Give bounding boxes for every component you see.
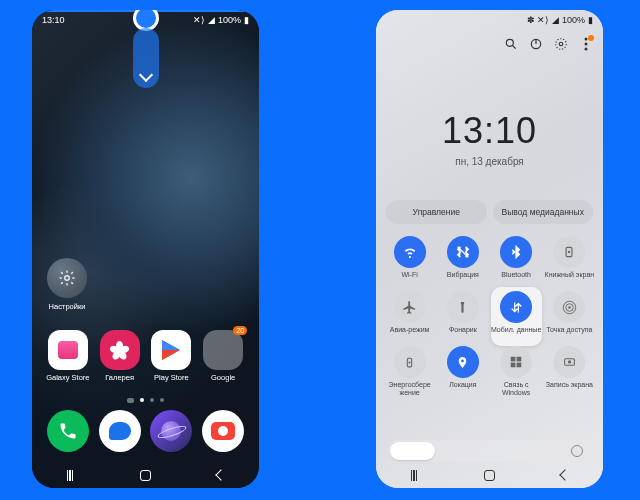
brightness-slider[interactable] xyxy=(388,440,591,462)
home-page-dot xyxy=(127,398,134,403)
windows-icon xyxy=(500,346,532,378)
media-output-button[interactable]: Вывод медиаданных xyxy=(493,200,594,224)
panel-clock: 13:10 пн, 13 декабря xyxy=(376,110,603,167)
nav-bar xyxy=(376,462,603,488)
panel-time: 13:10 xyxy=(376,110,603,152)
svg-point-23 xyxy=(568,360,571,363)
tile-screen-record[interactable]: Запись экрана xyxy=(544,346,595,397)
gallery-icon xyxy=(100,330,140,370)
tile-mobile-data[interactable]: Мобил. данные xyxy=(491,287,542,346)
chevron-down-icon xyxy=(138,68,152,82)
tile-power-saving[interactable]: Энергосбере жение xyxy=(384,346,435,397)
app-internet[interactable] xyxy=(148,410,194,455)
tile-label: Связь с Windows xyxy=(491,381,542,397)
app-galaxy-store[interactable]: Galaxy Store xyxy=(45,330,91,382)
tile-label: Вибрация xyxy=(447,271,479,287)
play-store-icon xyxy=(151,330,191,370)
search-icon[interactable] xyxy=(503,36,518,51)
svg-point-5 xyxy=(559,42,563,46)
flashlight-icon xyxy=(447,291,479,323)
app-label: Галерея xyxy=(97,373,143,382)
tile-label: Точка доступа xyxy=(546,326,592,342)
tile-airplane[interactable]: Авиа-режим xyxy=(384,291,435,342)
mobile-data-icon xyxy=(500,291,532,323)
nav-recent-button[interactable] xyxy=(62,468,78,482)
phone-icon xyxy=(47,410,89,452)
phone-home-screen: 13:10 ✕⟩ ◢100%▮ Настройки Galaxy Store Г… xyxy=(32,10,259,488)
messages-icon xyxy=(99,410,141,452)
airplane-icon xyxy=(394,291,426,323)
nav-home-button[interactable] xyxy=(481,468,497,482)
wifi-icon xyxy=(394,236,426,268)
app-play-store[interactable]: Play Store xyxy=(148,330,194,382)
more-icon[interactable] xyxy=(578,36,593,51)
record-icon xyxy=(553,346,585,378)
rotate-lock-icon xyxy=(553,236,585,268)
app-label: Galaxy Store xyxy=(45,373,91,382)
tile-wifi[interactable]: Wi-Fi xyxy=(384,236,435,287)
app-camera[interactable] xyxy=(200,410,246,455)
nav-home-button[interactable] xyxy=(137,468,153,482)
tile-book-screen[interactable]: Книжный экран xyxy=(544,236,595,287)
brightness-icon xyxy=(571,445,583,457)
hotspot-icon xyxy=(553,291,585,323)
tile-location[interactable]: Локация xyxy=(437,346,488,397)
svg-point-6 xyxy=(555,38,566,49)
swipe-down-handle[interactable] xyxy=(133,28,159,88)
vibration-icon xyxy=(447,236,479,268)
devices-control-button[interactable]: Управление xyxy=(386,200,487,224)
tile-windows-link[interactable]: Связь с Windows xyxy=(491,346,542,397)
galaxy-store-icon xyxy=(48,330,88,370)
page-dot xyxy=(150,398,154,402)
svg-point-9 xyxy=(584,47,587,50)
tile-label: Wi-Fi xyxy=(401,271,417,287)
tile-label: Мобил. данные xyxy=(491,326,541,342)
page-dot xyxy=(140,398,144,402)
tile-vibration[interactable]: Вибрация xyxy=(437,236,488,287)
google-folder-icon: 20 xyxy=(203,330,243,370)
panel-date: пн, 13 декабря xyxy=(376,156,603,167)
nav-back-button[interactable] xyxy=(557,468,573,482)
app-settings[interactable]: Настройки xyxy=(46,258,88,311)
status-indicators: ✕⟩ ◢100%▮ xyxy=(193,15,249,25)
page-indicator[interactable] xyxy=(32,398,259,403)
app-gallery[interactable]: Галерея xyxy=(97,330,143,382)
svg-rect-18 xyxy=(511,357,516,362)
panel-pills: Управление Вывод медиаданных xyxy=(386,200,593,224)
svg-point-7 xyxy=(584,37,587,40)
location-icon xyxy=(447,346,479,378)
tile-hotspot[interactable]: Точка доступа xyxy=(544,291,595,342)
folder-google[interactable]: 20 Google xyxy=(200,330,246,382)
status-bar: ✽ ✕⟩ ◢100%▮ xyxy=(376,10,603,30)
tile-flashlight[interactable]: Фонарик xyxy=(437,291,488,342)
svg-line-2 xyxy=(512,45,515,48)
app-row: Galaxy Store Галерея Play Store 20 Googl… xyxy=(32,330,259,382)
quick-tiles-grid: Wi-Fi Вибрация Bluetooth Книжный экран А… xyxy=(384,236,595,397)
power-save-icon xyxy=(394,346,426,378)
app-messages[interactable] xyxy=(97,410,143,455)
nav-back-button[interactable] xyxy=(213,468,229,482)
power-icon[interactable] xyxy=(528,36,543,51)
svg-point-17 xyxy=(409,361,411,363)
tile-label: Энергосбере жение xyxy=(384,381,435,397)
app-phone[interactable] xyxy=(45,410,91,455)
svg-point-1 xyxy=(506,39,513,46)
tile-bluetooth[interactable]: Bluetooth xyxy=(491,236,542,287)
app-label: Google xyxy=(200,373,246,382)
tile-label: Фонарик xyxy=(449,326,477,342)
nav-recent-button[interactable] xyxy=(406,468,422,482)
nav-bar xyxy=(32,462,259,488)
svg-point-0 xyxy=(65,276,70,281)
svg-point-12 xyxy=(568,251,570,253)
tile-label: Авиа-режим xyxy=(390,326,430,342)
tile-label: Локация xyxy=(449,381,476,397)
status-indicators: ✽ ✕⟩ ◢100%▮ xyxy=(527,15,593,25)
gear-icon xyxy=(47,258,87,298)
settings-icon[interactable] xyxy=(553,36,568,51)
camera-icon xyxy=(202,410,244,452)
dock xyxy=(32,410,259,455)
app-label: Play Store xyxy=(148,373,194,382)
internet-icon xyxy=(150,410,192,452)
svg-point-8 xyxy=(584,42,587,45)
bluetooth-icon xyxy=(500,236,532,268)
